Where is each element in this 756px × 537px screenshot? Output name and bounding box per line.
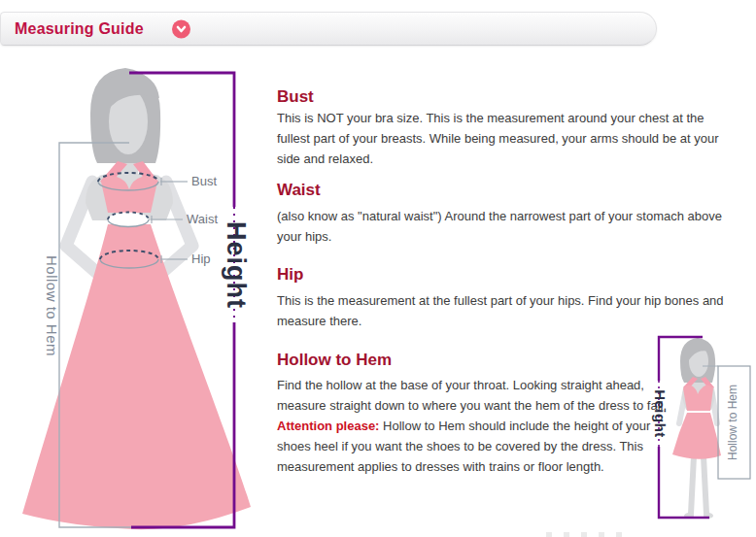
para-line: This is NOT your bra size. This is the m…: [277, 108, 719, 128]
attention-label: Attention please:: [277, 419, 379, 433]
section-heading-hip: Hip: [277, 265, 303, 285]
para-line: (also know as "natural waist") Around th…: [277, 206, 722, 226]
page-title: Measuring Guide: [15, 20, 144, 38]
section-para-waist: (also know as "natural waist") Around th…: [277, 206, 722, 247]
chevron-down-glyph: [175, 22, 188, 35]
bust-label: Bust: [191, 174, 217, 188]
small-left-leg: [691, 456, 694, 514]
cutoff-content-smudge: [546, 532, 634, 537]
section-heading-hollow-to-hem: Hollow to Hem: [277, 351, 392, 370]
measuring-guide-page: Measuring Guide Hollow to Hem: [0, 0, 756, 537]
para-line: your hips.: [277, 226, 722, 247]
para-line: shoes heel if you want the shoes to be c…: [277, 436, 667, 456]
measuring-guide-header: Measuring Guide: [0, 12, 657, 46]
small-height-vertical-label: Height: [652, 389, 669, 438]
para-line: side and relaxed.: [277, 149, 719, 169]
para-line-attention: Attention please: Hollow to Hem should i…: [277, 416, 667, 436]
para-line: measure straight down to where you want …: [277, 395, 667, 416]
attention-rest: Hollow to Hem should include the height …: [379, 419, 650, 433]
hollow-to-hem-vertical-label: Hollow to Hem: [44, 255, 60, 356]
chevron-down-icon[interactable]: [172, 19, 190, 38]
waist-label: Waist: [187, 212, 218, 226]
para-line: measurement applies to dresses with trai…: [277, 456, 667, 477]
section-para-bust: This is NOT your bra size. This is the m…: [277, 108, 719, 169]
section-heading-bust: Bust: [277, 87, 314, 107]
para-line: Find the hollow at the base of your thro…: [277, 375, 667, 395]
small-right-leg: [704, 456, 706, 514]
para-line: This is the measurement at the fullest p…: [277, 290, 724, 311]
para-line: fullest part of your breasts. While bein…: [277, 128, 719, 149]
section-para-hollow-to-hem: Find the hollow at the base of your thro…: [277, 375, 667, 477]
section-heading-waist: Waist: [277, 181, 321, 200]
height-vertical-label: Height: [222, 221, 251, 309]
hip-label: Hip: [191, 252, 211, 266]
small-figure-illustration: Height Hollow to Hem: [632, 320, 756, 537]
small-hollow-to-hem-vertical-label: Hollow to Hem: [726, 385, 739, 460]
